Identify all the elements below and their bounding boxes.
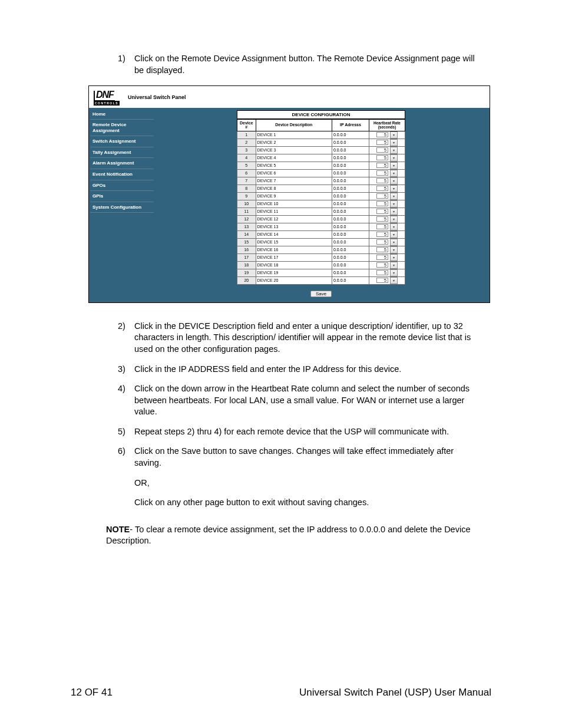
chevron-down-icon[interactable]: ▾ xyxy=(390,200,398,207)
sidebar-item-home[interactable]: Home xyxy=(90,109,154,120)
ip-address-input[interactable] xyxy=(332,132,369,137)
device-description-input[interactable] xyxy=(256,232,332,237)
chevron-down-icon[interactable]: ▾ xyxy=(390,154,398,162)
device-description-input[interactable] xyxy=(256,163,332,168)
chevron-down-icon[interactable]: ▾ xyxy=(390,193,398,200)
heartbeat-value[interactable]: 5 xyxy=(376,224,388,229)
sidebar-item-system-configuration[interactable]: System Configuration xyxy=(90,202,154,213)
heartbeat-value[interactable]: 5 xyxy=(376,163,388,168)
sidebar-item-remote-device-assignment[interactable]: Remote Device Assignment xyxy=(90,120,154,136)
sidebar-item-event-notification[interactable]: Event Notification xyxy=(90,169,154,180)
device-number-cell: 17 xyxy=(237,253,256,261)
chevron-down-icon[interactable]: ▾ xyxy=(390,246,398,253)
heartbeat-value[interactable]: 5 xyxy=(376,186,388,191)
ip-address-input[interactable] xyxy=(332,209,369,214)
ip-address-input[interactable] xyxy=(332,239,369,245)
sidebar-item-gpis[interactable]: GPIs xyxy=(90,191,154,202)
device-description-input[interactable] xyxy=(256,155,332,160)
ip-address-input[interactable] xyxy=(332,255,369,260)
device-description-input[interactable] xyxy=(256,178,332,183)
ip-address-input[interactable] xyxy=(332,140,369,145)
heartbeat-value[interactable]: 5 xyxy=(376,278,388,283)
chevron-down-icon[interactable]: ▾ xyxy=(390,216,398,223)
chevron-down-icon[interactable]: ▾ xyxy=(390,177,398,185)
chevron-down-icon[interactable]: ▾ xyxy=(390,170,398,177)
device-description-input[interactable] xyxy=(256,140,332,145)
device-description-input[interactable] xyxy=(256,193,332,199)
chevron-down-icon[interactable]: ▾ xyxy=(390,162,398,169)
ip-address-input[interactable] xyxy=(332,193,369,199)
heartbeat-value[interactable]: 5 xyxy=(376,132,388,137)
device-description-input[interactable] xyxy=(256,216,332,222)
device-description-input[interactable] xyxy=(256,278,332,283)
heartbeat-value[interactable]: 5 xyxy=(376,247,388,252)
sidebar-item-gpos[interactable]: GPOs xyxy=(90,180,154,192)
device-description-input[interactable] xyxy=(256,201,332,206)
heartbeat-value[interactable]: 5 xyxy=(376,147,388,153)
heartbeat-value[interactable]: 5 xyxy=(376,255,388,260)
chevron-down-icon[interactable]: ▾ xyxy=(390,231,398,238)
chevron-down-icon[interactable]: ▾ xyxy=(390,223,398,230)
device-description-input[interactable] xyxy=(256,209,332,214)
device-number-cell: 10 xyxy=(237,200,256,207)
heartbeat-value[interactable]: 5 xyxy=(376,232,388,237)
ip-address-input[interactable] xyxy=(332,262,369,268)
device-description-input[interactable] xyxy=(256,147,332,153)
device-description-input[interactable] xyxy=(256,247,332,252)
chevron-down-icon[interactable]: ▾ xyxy=(390,208,398,215)
sidebar-item-switch-assignment[interactable]: Switch Assignment xyxy=(90,136,154,147)
chevron-down-icon[interactable]: ▾ xyxy=(390,139,398,146)
device-number-cell: 16 xyxy=(237,246,256,253)
ip-address-input[interactable] xyxy=(332,216,369,222)
heartbeat-value[interactable]: 5 xyxy=(376,170,388,176)
heartbeat-value[interactable]: 5 xyxy=(376,178,388,183)
instruction-3-num: 3) xyxy=(118,364,134,375)
heartbeat-value[interactable]: 5 xyxy=(376,140,388,145)
device-description-input[interactable] xyxy=(256,170,332,176)
heartbeat-value[interactable]: 5 xyxy=(376,201,388,206)
chevron-down-icon[interactable]: ▾ xyxy=(390,254,398,261)
device-description-input[interactable] xyxy=(256,186,332,191)
save-button[interactable]: Save xyxy=(310,291,332,297)
table-row: 135▾ xyxy=(237,223,405,230)
device-description-input[interactable] xyxy=(256,239,332,245)
device-number-cell: 5 xyxy=(237,162,256,169)
device-description-input[interactable] xyxy=(256,255,332,260)
ip-address-input[interactable] xyxy=(332,247,369,252)
chevron-down-icon[interactable]: ▾ xyxy=(390,185,398,192)
sidebar-item-tally-assignment[interactable]: Tally Assignment xyxy=(90,147,154,159)
heartbeat-value[interactable]: 5 xyxy=(376,216,388,222)
heartbeat-value[interactable]: 5 xyxy=(376,239,388,245)
chevron-down-icon[interactable]: ▾ xyxy=(390,239,398,246)
device-description-input[interactable] xyxy=(256,132,332,137)
heartbeat-value[interactable]: 5 xyxy=(376,193,388,199)
col-device-desc: Device Description xyxy=(256,119,332,131)
instruction-4: 4) Click on the down arrow in the Heartb… xyxy=(118,383,480,418)
ip-address-input[interactable] xyxy=(332,147,369,153)
ip-address-input[interactable] xyxy=(332,278,369,283)
chevron-down-icon[interactable]: ▾ xyxy=(390,131,398,139)
ip-address-input[interactable] xyxy=(332,186,369,191)
ip-address-input[interactable] xyxy=(332,232,369,237)
heartbeat-value[interactable]: 5 xyxy=(376,209,388,214)
ip-address-input[interactable] xyxy=(332,155,369,160)
ip-address-input[interactable] xyxy=(332,163,369,168)
chevron-down-icon[interactable]: ▾ xyxy=(390,277,398,284)
col-heartbeat-rate: Heartbeat Rate (seconds) xyxy=(369,119,405,131)
sidebar-item-alarm-assignment[interactable]: Alarm Assignment xyxy=(90,158,154,169)
ip-address-input[interactable] xyxy=(332,201,369,206)
ip-address-input[interactable] xyxy=(332,270,369,275)
instruction-6-num: 6) xyxy=(118,446,134,469)
device-description-input[interactable] xyxy=(256,270,332,275)
ip-address-input[interactable] xyxy=(332,178,369,183)
heartbeat-value[interactable]: 5 xyxy=(376,270,388,275)
device-description-input[interactable] xyxy=(256,224,332,229)
heartbeat-value[interactable]: 5 xyxy=(376,262,388,268)
chevron-down-icon[interactable]: ▾ xyxy=(390,147,398,154)
chevron-down-icon[interactable]: ▾ xyxy=(390,262,398,269)
chevron-down-icon[interactable]: ▾ xyxy=(390,269,398,276)
heartbeat-value[interactable]: 5 xyxy=(376,155,388,160)
ip-address-input[interactable] xyxy=(332,170,369,176)
ip-address-input[interactable] xyxy=(332,224,369,229)
device-description-input[interactable] xyxy=(256,262,332,268)
